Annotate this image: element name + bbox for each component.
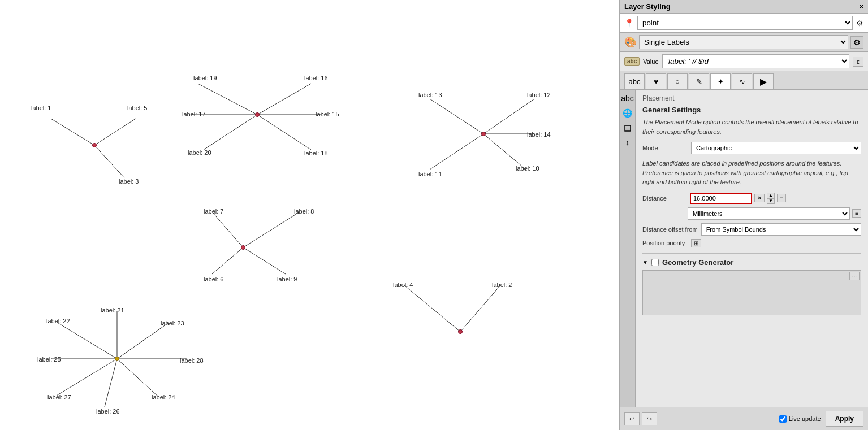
collapse-icon[interactable]: ▼ [642,259,648,266]
placement-header: Placement [642,94,861,102]
distance-spin-up[interactable]: ▲ [767,193,775,198]
map-point-5 [481,132,486,136]
svg-line-18 [483,134,526,170]
tab-text[interactable]: abc [624,73,645,89]
unit-select[interactable]: Millimeters Pixels Map Units Points [688,207,850,220]
distance-spin-down[interactable]: ▼ [767,198,775,204]
priority-row: Position priority ⊞ [642,239,861,247]
map-label-16: label: 16 [304,75,328,81]
svg-line-11 [212,247,243,274]
map-point-6 [115,357,119,361]
panel-content: abc 🌐 ▤ ↕ Placement General Settings The… [620,90,868,407]
map-label-19: label: 19 [193,75,217,81]
redo-button[interactable]: ↪ [642,412,657,425]
map-label-23: label: 23 [161,320,184,327]
section-divider [642,253,861,254]
undo-button[interactable]: ↩ [624,412,640,425]
distance-spinner: ▲ ▼ [767,193,775,204]
abc-badge: abc [624,57,640,66]
panel-footer: ↩ ↪ Live update Apply [620,407,868,430]
left-icon-text[interactable]: abc [621,92,634,105]
layer-options-icon[interactable]: ⚙ [856,19,863,28]
distance-label: Distance [642,195,688,202]
svg-line-22 [117,323,168,359]
svg-line-9 [212,212,243,247]
svg-line-16 [483,99,534,134]
map-label-12: label: 12 [527,92,551,98]
mode-description: Label candidates are placed in predefine… [642,159,861,187]
map-label-6: label: 6 [204,276,223,283]
priority-label: Position priority [642,240,688,246]
label-mode-dropdown[interactable]: Single Labels [639,35,848,49]
svg-line-0 [51,119,94,145]
map-label-26: label: 26 [96,408,120,415]
tab-background[interactable]: ✎ [689,73,709,89]
offset-select[interactable]: From Symbol Bounds From Point [701,223,861,236]
offset-row: Distance offset from From Symbol Bounds … [642,223,861,236]
panel-main-content: Placement General Settings The Placement… [636,90,868,407]
geometry-checkbox[interactable] [651,259,659,266]
tab-rendering[interactable]: ∿ [732,73,752,89]
layer-dropdown[interactable]: point [637,16,853,30]
close-icon[interactable]: × [859,2,863,11]
geometry-header: ▼ Geometry Generator [642,258,861,267]
map-label-2: label: 2 [492,281,512,288]
unit-row: Millimeters Pixels Map Units Points ≡ [642,207,861,220]
map-point-2 [255,112,260,117]
footer-right: Live update Apply [779,411,863,427]
svg-line-26 [105,359,117,407]
map-label-24: label: 24 [152,394,175,401]
left-icon-arrows[interactable]: ↕ [621,136,634,149]
tab-buffer[interactable]: ○ [667,73,688,89]
map-label-10: label: 10 [516,165,539,172]
epsilon-button[interactable]: ε [853,57,863,67]
map-label-7: label: 7 [204,208,223,215]
label-mode-options[interactable]: ⚙ [850,36,863,49]
geometry-area: ··· [642,270,861,315]
map-label-15: label: 15 [316,111,339,118]
left-icon-globe[interactable]: 🌐 [621,107,634,119]
layer-select-row: 📍 point ⚙ [620,14,868,33]
svg-line-21 [57,322,117,359]
distance-clear-button[interactable]: ✕ [754,194,765,202]
general-settings-title: General Settings [642,106,861,114]
render-toolbar: 🎨 Single Labels ⚙ [620,33,868,52]
value-row: abc Value 'label: ' // $id ε [620,52,868,71]
map-label-28: label: 28 [180,357,204,364]
map-point-4 [458,329,463,334]
geometry-more-button[interactable]: ··· [849,272,860,280]
svg-line-14 [460,285,500,332]
svg-line-27 [117,359,158,397]
value-expression-dropdown[interactable]: 'label: ' // $id [662,54,850,68]
svg-line-4 [257,84,311,115]
panel-title: Layer Styling [624,2,671,11]
distance-data-button[interactable]: ≡ [777,194,786,202]
left-icon-layers[interactable]: ▤ [621,121,634,134]
offset-label: Distance offset from [642,226,698,233]
tab-format[interactable]: ♥ [646,73,666,89]
render-icon: 🎨 [624,36,637,49]
map-label-17: label: 17 [182,111,206,118]
svg-line-12 [243,247,286,274]
priority-button[interactable]: ⊞ [691,239,701,247]
live-update-checkbox[interactable] [779,415,787,423]
map-label-5: label: 5 [127,105,147,111]
mode-select[interactable]: Cartographic [691,142,861,154]
tab-arrow[interactable]: ▶ [753,73,774,89]
footer-left: ↩ ↪ [624,412,657,425]
map-label-9: label: 9 [277,276,297,283]
distance-input[interactable] [690,193,752,204]
apply-button[interactable]: Apply [826,411,863,427]
map-label-3: label: 3 [119,178,139,185]
svg-line-3 [198,84,257,115]
map-point-1 [92,143,97,147]
distance-row: Distance ✕ ▲ ▼ ≡ [642,193,861,204]
map-label-14: label: 14 [527,131,551,138]
geometry-section: ▼ Geometry Generator ··· [642,258,861,315]
tab-placement[interactable]: ✦ [710,73,731,89]
unit-data-button[interactable]: ≡ [852,209,861,218]
map-label-4: label: 4 [393,281,413,288]
map-label-13: label: 13 [418,92,442,98]
map-label-11: label: 11 [418,171,442,177]
panel-header: Layer Styling × [620,0,868,14]
